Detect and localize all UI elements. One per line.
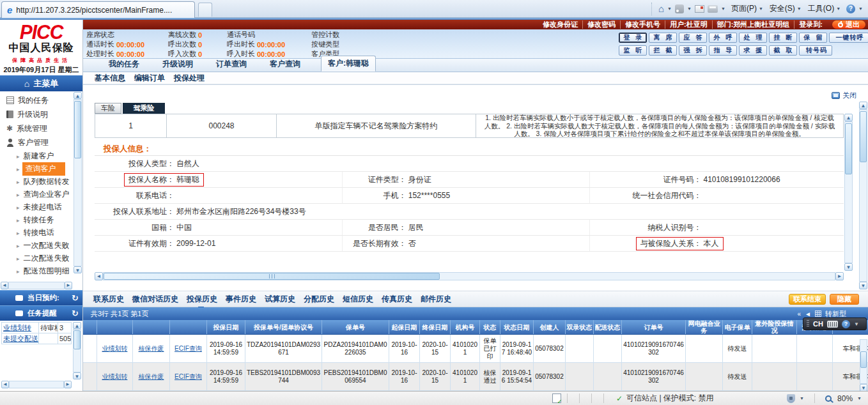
scroll-down-icon[interactable]: ▼: [844, 263, 853, 271]
history-tab[interactable]: 分配历史: [304, 294, 334, 305]
sidebar-menu-item[interactable]: 系统管理: [0, 121, 73, 135]
zoom-level[interactable]: 80%: [837, 394, 853, 403]
sidebar-panel-header[interactable]: 任务提醒 ↻: [0, 305, 82, 321]
table-header-cell[interactable]: 状态: [480, 320, 500, 334]
table-row[interactable]: 业绩划转核保作废ECIF查询2019-09-16 14:59:59TEBS201…: [83, 363, 868, 391]
scrollbar-thumb[interactable]: [74, 330, 81, 349]
topbar-link[interactable]: 修改身份证: [538, 20, 582, 29]
pager-first-icon[interactable]: «: [798, 310, 802, 317]
table-cell[interactable]: 核保作废: [133, 335, 170, 362]
sidebar-menu-item[interactable]: 查询客户: [0, 162, 73, 175]
table-row[interactable]: 业绩划转核保作废ECIF查询2019-09-16 14:59:59TDZA201…: [83, 335, 868, 363]
nav-tab[interactable]: 客户查询: [267, 57, 303, 72]
history-tab[interactable]: 投保历史: [187, 294, 217, 305]
ime-help-icon[interactable]: ?: [842, 320, 850, 328]
refresh-icon[interactable]: ↻: [72, 293, 79, 303]
scrollbar-thumb[interactable]: [845, 123, 852, 174]
table-header-cell[interactable]: 电子保单: [723, 320, 752, 334]
submenu-link[interactable]: 编辑订单: [134, 73, 165, 84]
callcenter-button[interactable]: 转号码: [799, 45, 832, 56]
callcenter-button[interactable]: 挂 断: [769, 33, 797, 43]
scroll-left-icon[interactable]: ◄: [1, 282, 8, 289]
home-dropdown-icon[interactable]: ▼: [667, 6, 672, 11]
table-header-cell[interactable]: 意外险投保情况: [752, 320, 797, 334]
history-tab[interactable]: 试算历史: [265, 294, 295, 305]
table-header-cell[interactable]: 双录状态: [566, 320, 594, 334]
scrollbar-thumb[interactable]: [104, 273, 440, 280]
table-header-cell[interactable]: [170, 320, 207, 334]
history-tab[interactable]: 短信历史: [343, 294, 373, 305]
table-cell[interactable]: 核保作废: [133, 363, 170, 390]
callcenter-button[interactable]: 一键转呼: [829, 33, 868, 43]
callcenter-button[interactable]: 处 理: [739, 33, 767, 43]
table-header-cell[interactable]: [83, 320, 97, 334]
topbar-link[interactable]: 登录到:: [794, 20, 827, 29]
table-header-cell[interactable]: 网电融合业务: [686, 320, 723, 334]
callcenter-button[interactable]: 强 拆: [679, 45, 707, 56]
sidebar-menu-item[interactable]: 队列数据转发: [0, 175, 73, 188]
scroll-right-icon[interactable]: ►: [835, 272, 844, 280]
end-contact-button[interactable]: 联系结束: [789, 294, 826, 305]
sidebar-menu-item[interactable]: 未接起电话: [0, 201, 73, 213]
table-vertical-scrollbar[interactable]: ▼: [860, 339, 867, 392]
ime-language-indicator[interactable]: CH: [813, 320, 823, 328]
table-cell[interactable]: 业绩划转: [97, 363, 133, 390]
printer-dropdown-icon[interactable]: ▼: [721, 6, 725, 11]
new-tab-button[interactable]: [198, 3, 212, 17]
nav-tab[interactable]: 订单查询: [213, 57, 249, 72]
table-header-cell[interactable]: [133, 320, 170, 334]
browser-tab[interactable]: e http://11.207.3.225/picctscenter/MainF…: [1, 1, 195, 18]
rss-feed-icon[interactable]: [675, 4, 684, 13]
submenu-link[interactable]: 基本信息: [95, 73, 125, 84]
task-horizontal-scrollbar[interactable]: ◄ ►: [1, 381, 72, 388]
logout-button[interactable]: 退出: [832, 20, 865, 29]
rss-dropdown-icon[interactable]: ▼: [687, 6, 692, 11]
nav-tab[interactable]: 客户:韩珊聪: [321, 56, 376, 72]
sidebar-menu-item[interactable]: 升级说明: [0, 107, 73, 121]
sidebar-panel-header[interactable]: 当日预约: ↻: [0, 290, 82, 305]
help-dropdown-icon[interactable]: ▼: [858, 6, 863, 11]
callcenter-button[interactable]: 指 导: [709, 45, 737, 56]
scroll-down-icon[interactable]: ▼: [74, 266, 82, 273]
policy-tab[interactable]: 驾乘险: [123, 103, 165, 114]
scroll-left-icon[interactable]: ◄: [1, 381, 9, 388]
callcenter-button[interactable]: 外 呼: [709, 33, 737, 43]
sidebar-menu-item[interactable]: 客户管理: [0, 135, 73, 149]
scrollbar-thumb[interactable]: [74, 101, 81, 158]
callcenter-button[interactable]: 登 录: [619, 33, 647, 43]
scroll-left-icon[interactable]: ◄: [95, 272, 103, 280]
menu-vertical-scrollbar[interactable]: ▲ ▼: [74, 92, 82, 273]
ime-options-icon[interactable]: ▼: [854, 321, 859, 327]
table-header-cell[interactable]: 投保单号/团单协议号: [245, 320, 322, 334]
panel-horizontal-scrollbar[interactable]: ◄ ►: [95, 272, 844, 280]
table-header-cell[interactable]: 终保日期: [420, 320, 451, 334]
scroll-down-icon[interactable]: ▼: [73, 372, 81, 379]
history-tab[interactable]: 邮件历史: [421, 294, 451, 305]
scroll-right-icon[interactable]: ►: [64, 381, 72, 388]
table-cell[interactable]: ECIF查询: [170, 335, 207, 362]
hide-button[interactable]: 隐藏: [830, 294, 859, 305]
callcenter-button[interactable]: 监 听: [619, 45, 647, 56]
scroll-up-icon[interactable]: ▲: [844, 114, 853, 121]
task-cell[interactable]: 未提交配送: [2, 333, 39, 344]
browser-menu-item[interactable]: 工具(O)▼: [808, 3, 841, 14]
protected-mode-icon[interactable]: [787, 394, 795, 403]
history-tab[interactable]: 事件历史: [226, 294, 256, 305]
sidebar-menu-item[interactable]: 一次配送失败: [0, 239, 73, 252]
table-cell[interactable]: ECIF查询: [170, 363, 207, 390]
scrollbar-thumb[interactable]: [860, 111, 867, 162]
scroll-down-icon[interactable]: ▼: [859, 282, 867, 289]
main-menu-header[interactable]: ⌂ 主菜单: [0, 75, 82, 91]
callcenter-button[interactable]: 应 答: [679, 33, 707, 43]
home-icon[interactable]: ⌂: [658, 3, 664, 14]
scroll-right-icon[interactable]: ►: [65, 282, 72, 289]
scroll-up-icon[interactable]: ▲: [74, 92, 82, 99]
callcenter-button[interactable]: 拦 截: [649, 45, 677, 56]
table-header-cell[interactable]: 订单号: [622, 320, 686, 334]
table-header-cell[interactable]: 保单号: [322, 320, 389, 334]
sidebar-menu-item[interactable]: 转接电话: [0, 226, 73, 239]
content-vertical-scrollbar[interactable]: ▲ ▼: [859, 102, 867, 289]
refresh-icon[interactable]: ↻: [72, 309, 79, 318]
zoom-dropdown-icon[interactable]: ▼: [857, 396, 862, 401]
scrollbar-thumb[interactable]: [860, 351, 867, 368]
